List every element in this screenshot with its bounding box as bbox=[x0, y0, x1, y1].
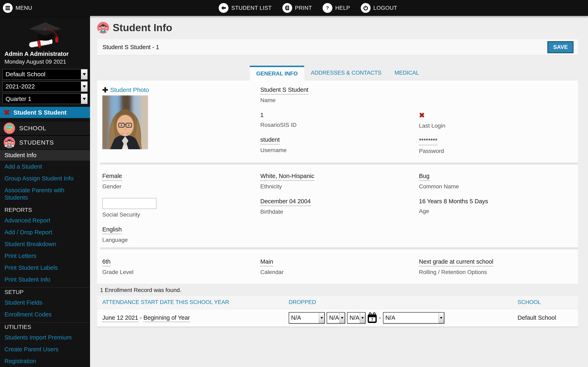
sidebar-section-students[interactable]: STUDENTS bbox=[0, 135, 90, 150]
ethnicity-label: Ethnicity bbox=[260, 183, 419, 190]
dropped-day-select[interactable]: N/A bbox=[327, 312, 345, 324]
add-student-photo-link[interactable]: ✚ Student Photo bbox=[102, 86, 260, 93]
logout-button[interactable]: LOGOUT bbox=[361, 3, 397, 13]
sidebar-link-registration[interactable]: Registration bbox=[0, 355, 90, 367]
hamburger-icon bbox=[3, 3, 13, 13]
enrollment-header-row: ATTENDANCE START DATE THIS SCHOOL YEAR D… bbox=[97, 296, 578, 309]
field-common-name: Bug Common Name bbox=[419, 173, 578, 190]
remove-student-x-icon[interactable]: ✖ bbox=[4, 109, 10, 117]
school-year-select[interactable]: 2021-2022 bbox=[2, 81, 87, 92]
sidebar-link-add-a-student[interactable]: Add a Student bbox=[0, 161, 90, 173]
sidebar-date: Monday August 09 2021 bbox=[0, 58, 90, 66]
chevron-down-icon[interactable] bbox=[81, 94, 87, 104]
enrollment-summary: 1 Enrollment Record was found. bbox=[100, 287, 588, 293]
sidebar-link-enrollment-codes[interactable]: Enrollment Codes bbox=[0, 309, 90, 320]
gender-value[interactable]: Female bbox=[102, 173, 122, 181]
sidebar-link-student-fields[interactable]: Student Fields bbox=[0, 297, 90, 309]
dropped-code-select[interactable]: N/A bbox=[383, 312, 444, 324]
tab-general-info[interactable]: GENERAL INFO bbox=[250, 66, 304, 80]
sidebar-section-school[interactable]: 1+2=3 SCHOOL bbox=[0, 121, 90, 135]
school-select[interactable]: Default School bbox=[2, 69, 87, 80]
page-title: Student Info bbox=[113, 22, 172, 34]
students-section-label: STUDENTS bbox=[19, 139, 54, 146]
quarter-select-value: Quarter 1 bbox=[3, 95, 31, 102]
enrollment-start-code[interactable]: Beginning of Year bbox=[144, 314, 190, 322]
tab-addresses-contacts[interactable]: ADDRESSES & CONTACTS bbox=[304, 66, 388, 80]
password-value[interactable]: ******** bbox=[419, 137, 437, 145]
dropped-year-value: N/A bbox=[347, 314, 359, 321]
field-grade-level: 6th Grade Level bbox=[102, 258, 260, 275]
student-photo-block: ✚ Student Photo bbox=[102, 86, 260, 162]
chevron-down-icon[interactable] bbox=[439, 313, 444, 323]
username-value[interactable]: student bbox=[260, 136, 280, 145]
student-name-id: Student S Student - 1 bbox=[103, 44, 159, 50]
name-value[interactable]: Student S Student bbox=[260, 86, 308, 95]
sidebar-link-create-parent-users[interactable]: Create Parent Users bbox=[0, 343, 90, 355]
help-button[interactable]: ? HELP bbox=[323, 3, 350, 13]
birthdate-label: Birthdate bbox=[260, 209, 419, 215]
password-label: Password bbox=[419, 148, 578, 154]
student-header-bar: Student S Student - 1 SAVE bbox=[97, 39, 578, 55]
calendar-picker-button[interactable]: 7 bbox=[367, 312, 377, 323]
selected-student-row[interactable]: ✖ Student S Student bbox=[0, 107, 90, 118]
column-attendance-start-date[interactable]: ATTENDANCE START DATE THIS SCHOOL YEAR bbox=[97, 296, 289, 309]
sidebar-link-student-breakdown[interactable]: Student Breakdown bbox=[0, 238, 90, 250]
sidebar-header-utilities: UTILITIES bbox=[0, 323, 90, 332]
field-password: ******** Password bbox=[419, 137, 578, 154]
common-name-label: Common Name bbox=[419, 183, 578, 190]
column-dropped[interactable]: DROPPED bbox=[289, 296, 518, 309]
birthdate-value[interactable]: December 04 2004 bbox=[260, 198, 311, 206]
enrollment-start-date[interactable]: June 12 2021 bbox=[102, 314, 138, 322]
column-school[interactable]: SCHOOL bbox=[518, 296, 578, 309]
field-social-security: Social Security bbox=[102, 198, 260, 218]
age-label: Age bbox=[419, 208, 578, 215]
sidebar-link-add-drop-report[interactable]: Add / Drop Report bbox=[0, 226, 90, 238]
menu-label: MENU bbox=[16, 5, 32, 11]
field-gender: Female Gender bbox=[102, 173, 260, 190]
chevron-down-icon[interactable] bbox=[319, 313, 324, 323]
print-button[interactable]: PRINT bbox=[282, 3, 312, 13]
menu-button[interactable]: MENU bbox=[3, 3, 90, 13]
calendar-value[interactable]: Main bbox=[260, 258, 273, 267]
help-label: HELP bbox=[335, 5, 350, 11]
student-list-button[interactable]: STUDENT LIST bbox=[219, 3, 272, 13]
sidebar-link-advanced-report[interactable]: Advanced Report bbox=[0, 215, 90, 226]
plus-icon: ✚ bbox=[102, 86, 108, 93]
tab-medical[interactable]: MEDICAL bbox=[388, 66, 425, 80]
gender-label: Gender bbox=[102, 183, 260, 190]
enrollment-start-cell: June 12 2021 - Beginning of Year bbox=[97, 309, 289, 327]
grade-level-label: Grade Level bbox=[102, 269, 260, 275]
chevron-down-icon[interactable] bbox=[81, 69, 87, 79]
grade-level-value[interactable]: 6th bbox=[102, 258, 111, 267]
field-calendar: Main Calendar bbox=[260, 258, 419, 275]
rolling-retention-value[interactable]: Next grade at current school bbox=[419, 258, 493, 267]
sidebar-link-group-assign-student-info[interactable]: Group Assign Student Info bbox=[0, 173, 90, 184]
school-year-select-value: 2021-2022 bbox=[3, 83, 35, 90]
svg-text:7: 7 bbox=[371, 318, 373, 322]
save-button[interactable]: SAVE bbox=[547, 41, 573, 53]
sidebar-link-print-student-labels[interactable]: Print Student Labels bbox=[0, 262, 90, 274]
section-divider bbox=[100, 162, 578, 165]
dropped-year-select[interactable]: N/A bbox=[347, 312, 365, 324]
common-name-value[interactable]: Bug bbox=[419, 173, 430, 181]
social-security-label: Social Security bbox=[102, 211, 260, 218]
calendar-icon: 7 bbox=[367, 312, 377, 323]
student-photo[interactable] bbox=[102, 95, 148, 149]
language-value[interactable]: English bbox=[102, 226, 122, 234]
sidebar-link-print-letters[interactable]: Print Letters bbox=[0, 250, 90, 262]
sidebar-link-students-import-premium[interactable]: Students Import Premium bbox=[0, 332, 90, 343]
rosariosis-id-value: 1 bbox=[260, 112, 264, 119]
ethnicity-value[interactable]: White, Non-Hispanic bbox=[260, 173, 314, 181]
social-security-input[interactable] bbox=[102, 198, 156, 209]
chevron-down-icon[interactable] bbox=[339, 313, 345, 323]
chevron-down-icon[interactable] bbox=[81, 82, 87, 92]
field-age: 16 Years 8 Months 5 Days Age bbox=[419, 198, 578, 215]
name-label: Name bbox=[260, 97, 419, 104]
sidebar-item-student-info[interactable]: Student Info bbox=[0, 150, 90, 161]
sidebar-link-associate-parents[interactable]: Associate Parents with Students bbox=[0, 184, 90, 203]
quarter-select[interactable]: Quarter 1 bbox=[2, 94, 87, 104]
last-login-label: Last Login bbox=[419, 123, 578, 129]
sidebar-link-print-student-info[interactable]: Print Student Info bbox=[0, 274, 90, 285]
chevron-down-icon[interactable] bbox=[360, 313, 365, 323]
dropped-month-select[interactable]: N/A bbox=[289, 312, 325, 324]
